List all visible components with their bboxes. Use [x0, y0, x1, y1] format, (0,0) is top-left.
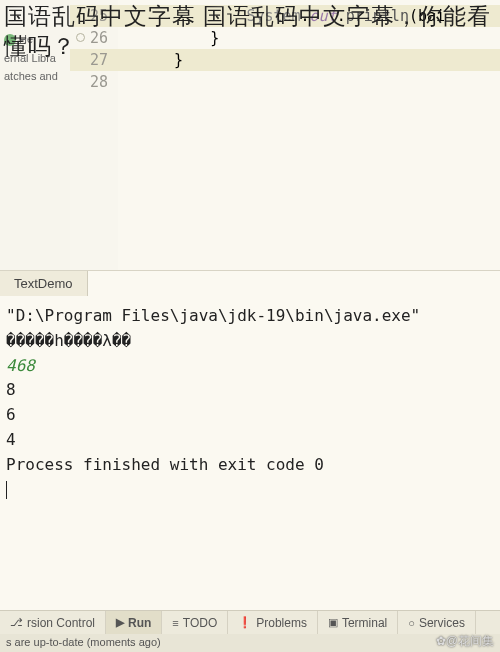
run-panel: TextDemo "D:\Program Files\java\jdk-19\b… [0, 270, 500, 612]
tool-window-label: Terminal [342, 616, 387, 630]
console-line: �����h����λ�� [6, 329, 494, 354]
rsion control-icon: ⎇ [10, 616, 23, 629]
terminal-icon: ▣ [328, 616, 338, 629]
todo-icon: ≡ [172, 617, 178, 629]
tool-window-label: rsion Control [27, 616, 95, 630]
tool-window-label: Services [419, 616, 465, 630]
tool-window-label: TODO [183, 616, 217, 630]
tool-window-tab[interactable]: ❗Problems [228, 611, 318, 634]
status-bar: s are up-to-date (moments ago) [0, 634, 500, 652]
tool-window-label: Problems [256, 616, 307, 630]
overlay-title: 国语乱码中文字幕 国语乱码中文字幕，你能看懂吗？ [4, 2, 500, 62]
console-line: Process finished with exit code 0 [6, 453, 494, 478]
console-line: 4 [6, 428, 494, 453]
tool-window-tab[interactable]: ≡TODO [162, 611, 228, 634]
console-line: "D:\Program Files\java\jdk-19\bin\java.e… [6, 304, 494, 329]
sidebar-item[interactable]: atches and [0, 67, 70, 85]
watermark: ✿@花间集 [436, 633, 494, 650]
console-line: 468 [6, 354, 494, 379]
console-line: 8 [6, 378, 494, 403]
tool-window-tab[interactable]: ▶Run [106, 611, 162, 634]
tool-window-tab[interactable]: ○Services [398, 611, 476, 634]
problems-icon: ❗ [238, 616, 252, 629]
tool-window-tab[interactable]: ▣Terminal [318, 611, 398, 634]
console-line: 6 [6, 403, 494, 428]
console-output[interactable]: "D:\Program Files\java\jdk-19\bin\java.e… [0, 296, 500, 510]
tool-window-tab[interactable]: ⎇rsion Control [0, 611, 106, 634]
tool-window-label: Run [128, 616, 151, 630]
tool-window-bar: ⎇rsion Control▶Run≡TODO❗Problems▣Termina… [0, 610, 500, 634]
services-icon: ○ [408, 617, 415, 629]
run-tab[interactable]: TextDemo [0, 271, 88, 296]
cursor [6, 481, 7, 499]
run-icon: ▶ [116, 616, 124, 629]
line-number[interactable]: 28 [70, 71, 118, 93]
